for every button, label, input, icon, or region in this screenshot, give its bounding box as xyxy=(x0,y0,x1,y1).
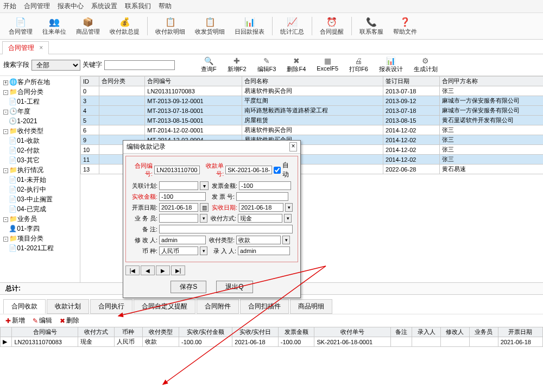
tree-node[interactable]: 🕒 1-2021 xyxy=(1,116,79,126)
tree-node[interactable]: 👤 01-李四 xyxy=(1,224,79,233)
column-header[interactable]: 合同分类 xyxy=(99,77,144,86)
toolbar-button[interactable]: ⏰合同提醒 xyxy=(315,15,348,37)
tree-node[interactable]: 📄 01-收款 xyxy=(1,136,79,146)
column-header[interactable]: 开票日期 xyxy=(498,327,542,337)
action-button[interactable]: ✖删除F4 xyxy=(281,56,311,73)
action-button[interactable]: 🔍查询F xyxy=(195,56,222,73)
column-header[interactable]: 合同编号 xyxy=(145,77,242,86)
toolbar-button[interactable]: 📋收发货明细 xyxy=(191,15,229,37)
expand-icon[interactable]: + xyxy=(3,80,8,85)
tree-node[interactable]: +🌐 客户所在地 xyxy=(1,77,79,87)
table-row[interactable]: 4MT-2013-07-18-0001南环路慧毅西路等道路桥梁工程2013-07… xyxy=(81,106,544,116)
currency-input[interactable] xyxy=(159,246,198,255)
bill-no-input[interactable] xyxy=(225,166,272,174)
close-icon[interactable]: × xyxy=(39,44,43,52)
chevron-down-icon[interactable]: ▾ xyxy=(285,203,293,212)
close-icon[interactable]: × xyxy=(289,142,297,151)
table-row[interactable]: 0LN201311070083易速软件购买合同2013-07-18张三黄石里诺软… xyxy=(81,86,544,96)
table-row[interactable]: 3MT-2013-09-12-0001平度红阁2013-09-12麻城市一方保安… xyxy=(81,96,544,106)
tree-node[interactable]: -📁 项目分类 xyxy=(1,233,79,243)
column-header[interactable]: 录入人 xyxy=(412,327,441,337)
nav-button[interactable]: ▶| xyxy=(171,265,185,275)
action-button[interactable]: 📊报表设计 xyxy=(374,56,408,73)
calendar-icon[interactable]: ▥ xyxy=(200,203,209,212)
column-header[interactable]: 收付方式 xyxy=(78,327,114,337)
toolbar-button[interactable]: 👥往来单位 xyxy=(38,15,71,37)
sub-action-button[interactable]: ✚新增 xyxy=(3,315,27,326)
tree-node[interactable]: 📄 01-未开始 xyxy=(1,175,79,185)
column-header[interactable]: 合同编号 xyxy=(12,327,78,337)
menu-item[interactable]: 帮助 xyxy=(159,2,172,11)
detail-tab[interactable]: 商品明细 xyxy=(290,299,332,314)
nav-button[interactable]: |◀ xyxy=(125,265,140,275)
expand-icon[interactable]: - xyxy=(3,168,8,173)
sub-action-button[interactable]: ✖删除 xyxy=(58,315,81,326)
tree-node[interactable]: -🕒 年度 xyxy=(1,106,79,116)
chevron-down-icon[interactable]: ▾ xyxy=(284,214,292,223)
tab-contract-mgmt[interactable]: 合同管理 × xyxy=(2,41,49,54)
expand-icon[interactable]: - xyxy=(3,129,8,134)
action-button[interactable]: 🖨打印F6 xyxy=(344,56,374,73)
tree-node[interactable]: -📁 合同分类 xyxy=(1,87,79,97)
tree-node[interactable]: 📄 04-已完成 xyxy=(1,204,79,214)
nav-button[interactable]: ◀ xyxy=(141,265,155,275)
expand-icon[interactable]: - xyxy=(3,237,8,242)
toolbar-button[interactable]: 📈统计汇总 xyxy=(276,15,308,37)
column-header[interactable]: 签订日期 xyxy=(383,77,440,86)
detail-tab[interactable]: 合同执行 xyxy=(90,299,132,314)
tree-node[interactable]: -📁 执行情况 xyxy=(1,165,79,175)
tree-node[interactable]: -📁 收付类型 xyxy=(1,126,79,136)
column-header[interactable]: 修改人 xyxy=(440,327,469,337)
contract-no-input[interactable] xyxy=(154,166,200,174)
search-field-select[interactable]: 全部 xyxy=(31,60,80,71)
action-button[interactable]: ✚新增F2 xyxy=(222,56,252,73)
detail-tab[interactable]: 收款计划 xyxy=(47,299,89,314)
operator-input[interactable] xyxy=(159,214,198,223)
column-header[interactable]: 合同甲方名称 xyxy=(440,77,543,86)
toolbar-button[interactable]: 💰收付款总提 xyxy=(105,15,144,37)
column-header[interactable]: 收付类型 xyxy=(143,327,179,337)
save-button[interactable]: 保存S xyxy=(171,281,206,293)
toolbar-button[interactable]: 📋收付款明细 xyxy=(151,15,190,37)
table-row[interactable]: 6MT-2014-12-02-0001易速软件购买合同2014-12-02张三黄… xyxy=(81,125,544,135)
lookup-icon[interactable]: ▾ xyxy=(200,181,209,190)
table-row[interactable]: 5MT-2013-08-15-0001房屋租赁2013-08-15黄石里诺软件开… xyxy=(81,116,544,125)
inv-no-input[interactable] xyxy=(236,192,288,201)
toolbar-button[interactable]: ❓帮助文件 xyxy=(389,15,421,37)
inv-amt-input[interactable] xyxy=(239,181,291,190)
tree-node[interactable]: 📄 03-中止搁置 xyxy=(1,194,79,204)
expand-icon[interactable]: - xyxy=(3,90,8,95)
detail-tab[interactable]: 合同附件 xyxy=(197,299,239,314)
bill-date-input[interactable] xyxy=(159,203,198,212)
detail-tab[interactable]: 合同扫描件 xyxy=(240,299,289,314)
menu-item[interactable]: 开始 xyxy=(3,2,16,11)
column-header[interactable]: 实收/实付日 xyxy=(232,327,278,337)
tree-node[interactable]: 📄 01-工程 xyxy=(1,97,79,106)
column-header[interactable]: 实收/实付金额 xyxy=(179,327,232,337)
type-input[interactable] xyxy=(236,236,281,244)
tree-node[interactable]: 📄 01-2021工程 xyxy=(1,243,79,253)
tree-node[interactable]: 📄 02-执行中 xyxy=(1,185,79,194)
real-amt-input[interactable] xyxy=(159,192,206,201)
action-button[interactable]: ⚙生成计划 xyxy=(408,56,443,73)
expand-icon[interactable]: - xyxy=(3,110,8,115)
column-header[interactable]: 业务员 xyxy=(469,327,498,337)
toolbar-button[interactable]: 📦商品管理 xyxy=(72,15,104,37)
expand-icon[interactable]: - xyxy=(3,217,8,222)
menu-item[interactable]: 联系我们 xyxy=(125,2,151,11)
detail-tab[interactable]: 合同自定义提醒 xyxy=(134,299,195,314)
column-header[interactable]: 发票金额 xyxy=(278,327,314,337)
tree-node[interactable]: 📄 03-其它 xyxy=(1,155,79,165)
column-header[interactable]: ID xyxy=(81,77,99,86)
remark-input[interactable] xyxy=(159,225,293,233)
nav-button[interactable]: ▶ xyxy=(156,265,170,275)
chevron-down-icon[interactable]: ▾ xyxy=(200,246,207,255)
sub-action-button[interactable]: ✎编辑 xyxy=(30,315,54,326)
menu-item[interactable]: 系统设置 xyxy=(91,2,117,11)
payment-subgrid[interactable]: 合同编号收付方式币种收付类型实收/实付金额实收/实付日发票金额收付单号备注录入人… xyxy=(0,327,543,347)
auto-checkbox[interactable] xyxy=(274,167,281,174)
plan-input[interactable] xyxy=(159,181,198,190)
column-header[interactable]: 合同名称 xyxy=(242,77,383,86)
toolbar-button[interactable]: 📊日回款报表 xyxy=(230,15,269,37)
exit-button[interactable]: 退出Q xyxy=(216,281,252,293)
